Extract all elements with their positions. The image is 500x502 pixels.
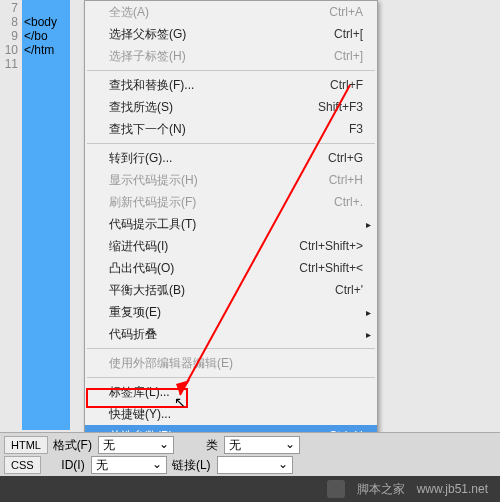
- menu-tag-library[interactable]: 标签库(L)...: [85, 381, 377, 403]
- menu-label: 转到行(G)...: [109, 150, 328, 167]
- line-gutter: 7 8 9 10 11: [0, 0, 22, 430]
- menu-find-selection[interactable]: 查找所选(S)Shift+F3: [85, 96, 377, 118]
- shortcut: Ctrl+A: [329, 5, 363, 19]
- site-url: www.jb51.net: [417, 482, 488, 496]
- menu-find-next[interactable]: 查找下一个(N)F3: [85, 118, 377, 140]
- menu-label: 凸出代码(O): [109, 260, 299, 277]
- shortcut: Ctrl+[: [334, 27, 363, 41]
- menu-select-child: 选择子标签(H)Ctrl+]: [85, 45, 377, 67]
- separator: [87, 143, 375, 144]
- menu-label: 快捷键(Y)...: [109, 406, 363, 423]
- menu-select-parent[interactable]: 选择父标签(G)Ctrl+[: [85, 23, 377, 45]
- menu-code-fold[interactable]: 代码折叠: [85, 323, 377, 345]
- menu-label: 缩进代码(I): [109, 238, 299, 255]
- menu-label: 标签库(L)...: [109, 384, 363, 401]
- code-text[interactable]: <body </bo </htm: [22, 0, 70, 430]
- menu-label: 查找所选(S): [109, 99, 318, 116]
- menu-hint-tools[interactable]: 代码提示工具(T): [85, 213, 377, 235]
- class-label: 类: [178, 437, 220, 454]
- shortcut: Ctrl+Shift+<: [299, 261, 363, 275]
- menu-label: 显示代码提示(H): [109, 172, 329, 189]
- menu-refresh-hints: 刷新代码提示(F)Ctrl+.: [85, 191, 377, 213]
- shortcut: Ctrl+F: [330, 78, 363, 92]
- line-num: 10: [0, 43, 18, 57]
- tab-html[interactable]: HTML: [4, 436, 48, 454]
- shortcut: Ctrl+G: [328, 151, 363, 165]
- menu-indent[interactable]: 缩进代码(I)Ctrl+Shift+>: [85, 235, 377, 257]
- shortcut: Ctrl+]: [334, 49, 363, 63]
- format-label: 格式(F): [52, 437, 94, 454]
- link-select[interactable]: [217, 456, 293, 474]
- menu-outdent[interactable]: 凸出代码(O)Ctrl+Shift+<: [85, 257, 377, 279]
- separator: [87, 70, 375, 71]
- separator: [87, 348, 375, 349]
- link-label: 链接(L): [171, 457, 213, 474]
- menu-repeat[interactable]: 重复项(E): [85, 301, 377, 323]
- logo-icon: [327, 480, 345, 498]
- id-select[interactable]: 无: [91, 456, 167, 474]
- code-editor: 7 8 9 10 11 <body </bo </htm: [0, 0, 70, 430]
- line-num: 9: [0, 29, 18, 43]
- id-label: ID(I): [45, 458, 87, 472]
- menu-label: 选择父标签(G): [109, 26, 334, 43]
- menu-label: 代码提示工具(T): [109, 216, 363, 233]
- menu-label: 查找下一个(N): [109, 121, 349, 138]
- shortcut: Shift+F3: [318, 100, 363, 114]
- menu-label: 全选(A): [109, 4, 329, 21]
- menu-label: 平衡大括弧(B): [109, 282, 335, 299]
- line-num: 7: [0, 1, 18, 15]
- format-select[interactable]: 无: [98, 436, 174, 454]
- shortcut: Ctrl+.: [334, 195, 363, 209]
- menu-label: 重复项(E): [109, 304, 363, 321]
- properties-toolbar: HTML 格式(F) 无 类 无 CSS ID(I) 无 链接(L): [0, 432, 500, 476]
- menu-find-replace[interactable]: 查找和替换(F)...Ctrl+F: [85, 74, 377, 96]
- menu-goto-line[interactable]: 转到行(G)...Ctrl+G: [85, 147, 377, 169]
- menu-label: 刷新代码提示(F): [109, 194, 334, 211]
- line-num: 11: [0, 57, 18, 71]
- menu-balance-braces[interactable]: 平衡大括弧(B)Ctrl+': [85, 279, 377, 301]
- menu-shortcuts[interactable]: 快捷键(Y)...: [85, 403, 377, 425]
- site-name: 脚本之家: [357, 481, 405, 498]
- shortcut: Ctrl+Shift+>: [299, 239, 363, 253]
- menu-show-hints: 显示代码提示(H)Ctrl+H: [85, 169, 377, 191]
- menu-external-editor: 使用外部编辑器编辑(E): [85, 352, 377, 374]
- tab-css[interactable]: CSS: [4, 456, 41, 474]
- shortcut: F3: [349, 122, 363, 136]
- separator: [87, 377, 375, 378]
- class-select[interactable]: 无: [224, 436, 300, 454]
- menu-label: 代码折叠: [109, 326, 363, 343]
- line-num: 8: [0, 15, 18, 29]
- menu-label: 查找和替换(F)...: [109, 77, 330, 94]
- menu-label: 选择子标签(H): [109, 48, 334, 65]
- shortcut: Ctrl+': [335, 283, 363, 297]
- edit-menu: 全选(A)Ctrl+A 选择父标签(G)Ctrl+[ 选择子标签(H)Ctrl+…: [84, 0, 378, 448]
- menu-label: 使用外部编辑器编辑(E): [109, 355, 363, 372]
- watermark-footer: 脚本之家 www.jb51.net: [0, 476, 500, 502]
- shortcut: Ctrl+H: [329, 173, 363, 187]
- menu-select-all: 全选(A)Ctrl+A: [85, 1, 377, 23]
